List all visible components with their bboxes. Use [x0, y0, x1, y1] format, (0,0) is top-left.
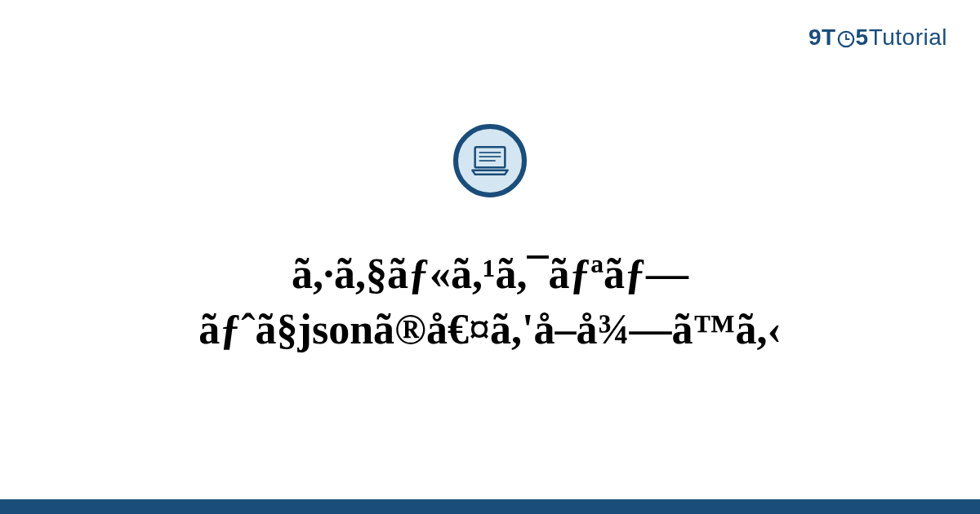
title-line-1: ã,·ã,§ãƒ«ã,¹ã,¯ãƒªãƒ— [292, 250, 688, 297]
logo-tutorial: Tutorial [869, 24, 947, 50]
title-line-2: ãƒˆã§jsonã®å€¤ã,'å–å¾—ã™ã,‹ [198, 306, 781, 352]
logo-t1: T [822, 24, 836, 50]
logo-five: 5 [856, 24, 869, 50]
laptop-icon [470, 144, 510, 177]
laptop-icon-circle [453, 124, 527, 197]
clock-icon [837, 30, 855, 48]
logo-nine: 9 [808, 24, 822, 50]
page-title: ã,·ã,§ãƒ«ã,¹ã,¯ãƒªãƒ— ãƒˆã§jsonã®å€¤ã,'å… [198, 246, 781, 357]
site-logo: 9T5Tutorial [808, 24, 947, 51]
main-content: ã,·ã,§ãƒ«ã,¹ã,¯ãƒªãƒ— ãƒˆã§jsonã®å€¤ã,'å… [0, 0, 980, 514]
bottom-accent-bar [0, 499, 980, 514]
